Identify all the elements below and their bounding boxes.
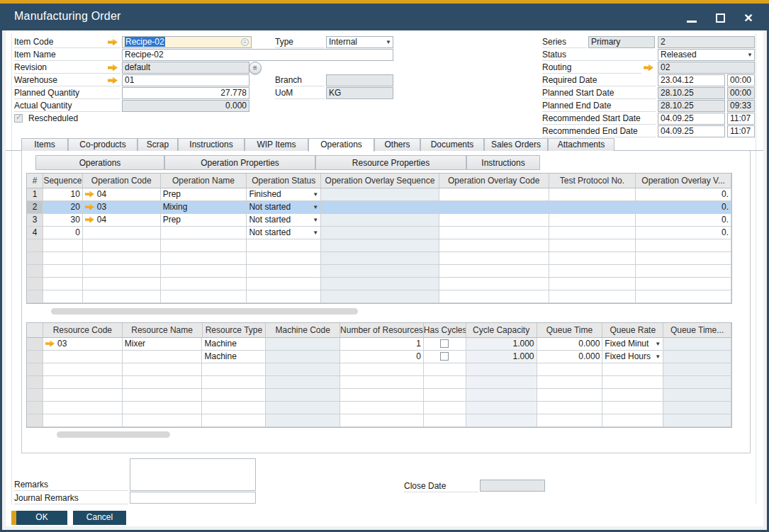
- operations-cell-overlay_seq[interactable]: [321, 188, 439, 201]
- resource-code-link-arrow-icon[interactable]: [45, 340, 55, 347]
- resources-cell-number[interactable]: 1: [340, 338, 424, 351]
- remarks-textarea[interactable]: [130, 458, 256, 491]
- operations-row-2[interactable]: 22003MixingNot started▼0.: [27, 201, 731, 214]
- operations-cell-sequence[interactable]: 10: [43, 188, 83, 201]
- subtab-resource-properties[interactable]: Resource Properties: [315, 155, 466, 170]
- tab-items[interactable]: Items: [21, 138, 68, 151]
- resources-cell-queue_rate[interactable]: Fixed Hours▼: [602, 351, 663, 363]
- operations-cell-overlay_value[interactable]: 0.: [636, 227, 731, 239]
- resources-cell-name[interactable]: Mixer: [123, 338, 203, 351]
- resources-cell-queue_dots[interactable]: [663, 338, 731, 351]
- resources-cell-name[interactable]: [123, 351, 203, 363]
- operations-table-hscrollbar[interactable]: [51, 308, 358, 315]
- resources-cell-machine_code[interactable]: [266, 338, 340, 351]
- operations-cell-sequence[interactable]: 0: [43, 227, 83, 239]
- revision-list-button[interactable]: ≡: [249, 62, 262, 74]
- operations-cell-test_protocol[interactable]: [549, 201, 636, 214]
- subtab-operation-properties[interactable]: Operation Properties: [164, 155, 315, 170]
- subtab-instructions[interactable]: Instructions: [466, 155, 540, 170]
- operations-cell-status[interactable]: Not started▼: [247, 201, 321, 214]
- operations-cell-test_protocol[interactable]: [549, 214, 636, 227]
- operation-code-link-arrow-icon[interactable]: [85, 203, 94, 210]
- operations-cell-overlay_code[interactable]: [439, 227, 549, 239]
- operations-cell-test_protocol[interactable]: [549, 227, 636, 239]
- operations-cell-test_protocol[interactable]: [549, 188, 636, 201]
- tab-others[interactable]: Others: [374, 138, 420, 151]
- operations-cell-overlay_value[interactable]: 0.: [636, 214, 731, 227]
- tab-scrap[interactable]: Scrap: [137, 138, 178, 151]
- tab-documents[interactable]: Documents: [420, 138, 484, 151]
- operations-cell-num[interactable]: 4: [27, 227, 43, 239]
- operation-code-link-arrow-icon[interactable]: [85, 216, 94, 223]
- resources-table-hscrollbar[interactable]: [57, 431, 170, 438]
- resources-cell-rownum[interactable]: [27, 351, 43, 363]
- ok-button[interactable]: OK: [11, 511, 67, 525]
- operation-code-link-arrow-icon[interactable]: [85, 191, 94, 198]
- resources-cell-queue_rate[interactable]: Fixed Minut▼: [602, 338, 663, 351]
- recommended-end-time-field[interactable]: 11:07: [727, 125, 755, 137]
- resources-row-2[interactable]: Machine01.0000.000Fixed Hours▼: [27, 351, 731, 363]
- dropdown-icon[interactable]: ▼: [313, 230, 318, 236]
- operations-cell-status[interactable]: Not started▼: [247, 214, 321, 227]
- cancel-button[interactable]: Cancel: [73, 511, 126, 525]
- resources-row-1[interactable]: 03MixerMachine11.0000.000Fixed Minut▼: [27, 338, 731, 351]
- operations-row-4[interactable]: 40Not started▼0.: [27, 227, 731, 239]
- tab-co-products[interactable]: Co-products: [68, 138, 137, 151]
- resources-cell-code[interactable]: [43, 351, 123, 363]
- tab-operations[interactable]: Operations: [308, 138, 374, 152]
- operations-cell-overlay_code[interactable]: [439, 188, 549, 201]
- planned-quantity-field[interactable]: 27.778: [122, 87, 249, 99]
- operations-cell-num[interactable]: 1: [27, 188, 43, 201]
- operations-cell-overlay_seq[interactable]: [321, 214, 439, 227]
- resources-cell-queue_dots[interactable]: [663, 351, 731, 363]
- operations-cell-num[interactable]: 2: [27, 201, 43, 214]
- dropdown-icon[interactable]: ▼: [313, 204, 318, 210]
- operations-row-3[interactable]: 33004PrepNot started▼0.: [27, 214, 731, 227]
- status-dropdown[interactable]: Released ▼: [658, 49, 755, 61]
- operations-cell-num[interactable]: 3: [27, 214, 43, 227]
- operations-cell-status[interactable]: Finished▼: [247, 188, 321, 201]
- tab-sales-orders[interactable]: Sales Orders: [484, 138, 548, 151]
- operations-cell-overlay_seq[interactable]: [321, 227, 439, 239]
- subtab-operations[interactable]: Operations: [35, 155, 164, 170]
- resources-cell-cycle_capacity[interactable]: 1.000: [466, 338, 537, 351]
- type-dropdown[interactable]: Internal ▼: [326, 36, 393, 48]
- journal-remarks-input[interactable]: [130, 492, 256, 504]
- operations-cell-sequence[interactable]: 20: [43, 201, 83, 214]
- operations-cell-code[interactable]: 04: [83, 214, 161, 227]
- operations-cell-name[interactable]: Prep: [161, 214, 247, 227]
- resources-cell-number[interactable]: 0: [340, 351, 424, 363]
- operations-cell-code[interactable]: [83, 227, 161, 239]
- operations-cell-name[interactable]: [161, 227, 247, 239]
- revision-field[interactable]: default: [122, 62, 249, 74]
- resources-cell-rownum[interactable]: [27, 338, 43, 351]
- operations-cell-code[interactable]: 04: [83, 188, 161, 201]
- has-cycles-checkbox[interactable]: [440, 339, 449, 348]
- required-time-field[interactable]: 00:00: [727, 74, 755, 86]
- resources-cell-cycle_capacity[interactable]: 1.000: [466, 351, 537, 363]
- recommended-start-time-field[interactable]: 11:07: [727, 113, 755, 125]
- operations-cell-overlay_value[interactable]: 0.: [636, 201, 731, 214]
- operations-cell-overlay_code[interactable]: [439, 201, 549, 214]
- maximize-icon[interactable]: [712, 10, 728, 26]
- resources-cell-queue_time[interactable]: 0.000: [537, 351, 603, 363]
- recommended-start-date-field[interactable]: 04.09.25: [658, 113, 725, 125]
- required-date-field[interactable]: 23.04.12: [658, 74, 725, 86]
- operations-cell-sequence[interactable]: 30: [43, 214, 83, 227]
- operations-cell-overlay_code[interactable]: [439, 214, 549, 227]
- tab-attachments[interactable]: Attachments: [548, 138, 614, 151]
- warehouse-field[interactable]: 01: [122, 74, 249, 86]
- dropdown-icon[interactable]: ▼: [655, 353, 661, 360]
- has-cycles-checkbox[interactable]: [440, 352, 449, 361]
- tab-instructions[interactable]: Instructions: [178, 138, 245, 151]
- operations-cell-name[interactable]: Mixing: [161, 201, 247, 214]
- dropdown-icon[interactable]: ▼: [655, 341, 661, 347]
- resources-cell-has_cycles[interactable]: [424, 351, 466, 363]
- operations-cell-status[interactable]: Not started▼: [247, 227, 321, 239]
- operations-row-1[interactable]: 11004PrepFinished▼0.: [27, 188, 731, 201]
- resources-cell-has_cycles[interactable]: [424, 338, 466, 351]
- rescheduled-checkbox[interactable]: ✓: [14, 114, 23, 123]
- series-field[interactable]: Primary: [588, 36, 655, 48]
- minimize-icon[interactable]: [684, 10, 700, 26]
- operations-cell-overlay_value[interactable]: 0.: [636, 188, 731, 201]
